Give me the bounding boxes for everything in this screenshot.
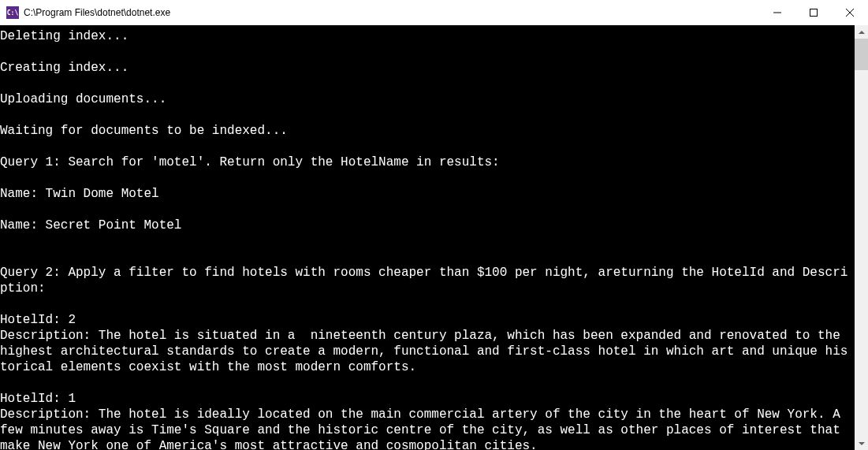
- scroll-up-arrow[interactable]: [855, 25, 868, 39]
- svg-rect-1: [810, 9, 818, 17]
- vertical-scrollbar[interactable]: [855, 25, 868, 450]
- titlebar[interactable]: C:\ C:\Program Files\dotnet\dotnet.exe: [0, 0, 868, 25]
- scroll-thumb[interactable]: [855, 39, 868, 70]
- maximize-button[interactable]: [795, 0, 832, 25]
- svg-marker-4: [859, 31, 865, 34]
- window-title: C:\Program Files\dotnet\dotnet.exe: [24, 7, 759, 18]
- close-button[interactable]: [832, 0, 868, 25]
- minimize-button[interactable]: [759, 0, 795, 25]
- window-controls: [759, 0, 868, 25]
- scroll-track[interactable]: [855, 39, 868, 437]
- scroll-down-arrow[interactable]: [855, 437, 868, 450]
- terminal-output[interactable]: Deleting index... Creating index... Uplo…: [0, 25, 855, 450]
- app-icon: C:\: [6, 6, 19, 19]
- terminal-wrapper: Deleting index... Creating index... Uplo…: [0, 25, 868, 450]
- svg-marker-5: [859, 442, 865, 445]
